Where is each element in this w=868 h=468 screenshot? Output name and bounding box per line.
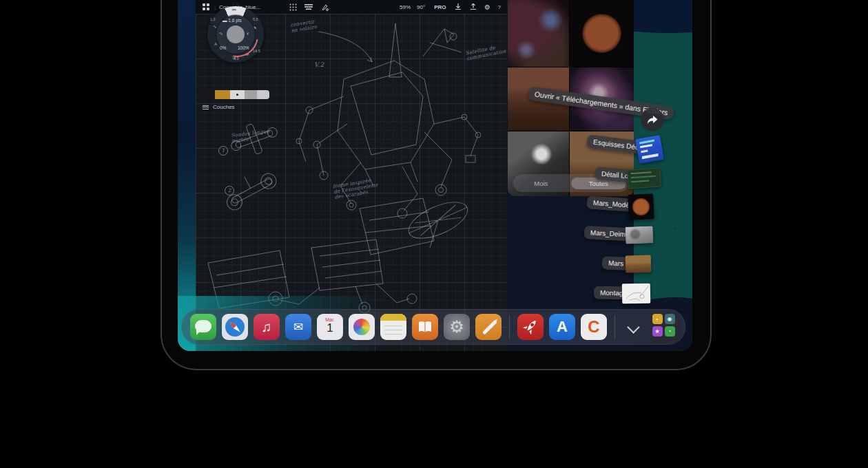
tool-size-left: 1,3: [210, 17, 216, 21]
speech-bubble-icon: [195, 320, 211, 332]
rotation-value[interactable]: 90°: [417, 4, 425, 10]
photos-app-icon[interactable]: [349, 314, 375, 340]
rocket-icon: [517, 314, 544, 340]
thumb-white-sketch[interactable]: [622, 284, 650, 304]
settings-app-icon[interactable]: ⚙: [444, 314, 470, 340]
swatch-gold[interactable]: [215, 90, 230, 99]
thumb-grey-moon-texture[interactable]: [626, 226, 654, 244]
color-swatch-bar[interactable]: [200, 90, 269, 99]
ipad-screen: convertir en solaire Satellite de commun…: [178, 0, 692, 351]
mail-app-icon[interactable]: ✉: [285, 314, 311, 340]
swatch-black[interactable]: [200, 90, 215, 99]
concepts-app-icon[interactable]: C: [581, 314, 607, 340]
dock-collapse-chevron-icon[interactable]: [626, 319, 642, 335]
calendar-app-icon[interactable]: Mar. 1: [317, 314, 343, 340]
import-icon[interactable]: [453, 2, 463, 12]
mini-lightbulb-icon: •: [652, 314, 663, 324]
pen-app-icon[interactable]: [475, 314, 502, 340]
photo-mars-planet[interactable]: [570, 0, 634, 67]
mini-clock-icon: ◔: [665, 326, 675, 337]
safari-app-icon[interactable]: [222, 314, 248, 340]
mini-camera-icon: ◉: [665, 314, 675, 324]
compass-icon: [222, 314, 248, 340]
layers-icon: [203, 104, 209, 110]
gear-icon: ⚙: [444, 314, 470, 340]
rocket-app-icon[interactable]: [517, 314, 544, 340]
share-drop-indicator[interactable]: [641, 108, 664, 131]
annotation-marker-1: 1: [218, 146, 228, 156]
forward-arrow-icon: [646, 114, 659, 125]
notes-yellow-band: [380, 314, 406, 321]
dock: ♫ ✉ Mar. 1 ⚙ A C • ◉ ★ ◔: [181, 309, 685, 345]
dock-divider-2: [614, 315, 615, 339]
help-icon[interactable]: ?: [498, 4, 501, 10]
annotation-v2: V.2: [314, 62, 324, 67]
swatch-light-grey-selected[interactable]: [230, 90, 245, 99]
tool-size-top-right: 5,5: [253, 17, 258, 21]
app-store-icon[interactable]: A: [549, 314, 575, 340]
dock-divider: [509, 315, 510, 339]
opacity-max: 100%: [238, 45, 249, 50]
export-icon[interactable]: [468, 2, 478, 12]
segment-mois[interactable]: Mois: [513, 180, 569, 187]
photo-nebula-horsehead[interactable]: [508, 0, 569, 67]
thumb-sepia-landscape[interactable]: [626, 255, 652, 273]
swatch-grey[interactable]: [245, 90, 257, 99]
active-tool-size: 1,6: [232, 1, 238, 6]
thumb-blue-sticker[interactable]: [635, 135, 664, 164]
contrast-icon: ◐: [247, 31, 249, 36]
tool-wheel-center-knob[interactable]: [227, 25, 245, 43]
pro-badge[interactable]: PRO: [434, 4, 446, 10]
swatch-silver[interactable]: [257, 90, 269, 99]
pen-nib-icon[interactable]: [320, 2, 329, 12]
open-book-icon: [412, 314, 438, 340]
books-app-icon[interactable]: [412, 314, 438, 340]
selected-swatch-dot: [236, 94, 238, 96]
notes-app-icon[interactable]: [380, 314, 406, 340]
layers-lines-icon[interactable]: [304, 2, 313, 12]
envelope-icon: ✉: [293, 320, 303, 334]
app-library-icon[interactable]: • ◉ ★ ◔: [650, 312, 680, 342]
app-store-letter: A: [549, 314, 575, 340]
tool-wheel[interactable]: 1,6 ✎ 1,3 5,5 14,5 8,9 ∿ ✒ A ▰ ◲ ▬ 1,6 p…: [207, 6, 264, 63]
thumb-green-circuit-board[interactable]: [627, 167, 661, 189]
annotation-marker-2: 2: [225, 186, 234, 195]
pen-icon: [482, 320, 497, 335]
layers-button[interactable]: Couches: [203, 104, 235, 110]
music-note-icon: ♫: [262, 319, 272, 335]
thumb-mars-sphere[interactable]: [628, 193, 654, 220]
precision-grid-icon[interactable]: [288, 2, 298, 12]
calendar-day: 1: [317, 322, 343, 334]
concepts-letter: C: [581, 314, 607, 340]
flower-icon: [353, 319, 370, 335]
mini-star-icon: ★: [652, 326, 663, 337]
layers-label: Couches: [213, 104, 235, 110]
settings-gear-icon[interactable]: ⚙: [483, 2, 493, 12]
messages-app-icon[interactable]: [190, 314, 216, 340]
opacity-min: 0%: [220, 45, 226, 50]
zoom-level[interactable]: 59%: [400, 4, 411, 10]
music-app-icon[interactable]: ♫: [254, 314, 280, 340]
tool-size-bottom-right: 14,5: [253, 49, 260, 53]
stroke-width-value: ▬ 1,6 pts: [223, 18, 242, 23]
